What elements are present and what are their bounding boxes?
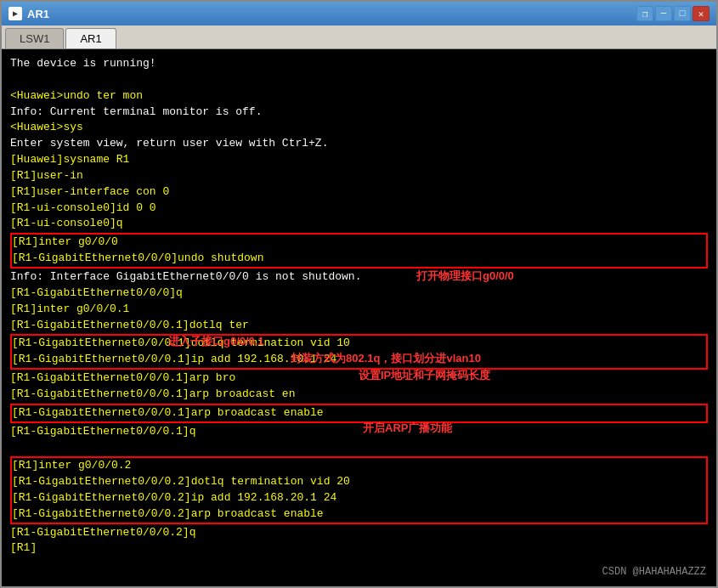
terminal-line: <Huawei>sys	[10, 120, 708, 136]
terminal-line: [R1-ui-console0]id 0 0	[10, 201, 708, 217]
terminal-line: [R1]inter g0/0/0.1	[10, 302, 708, 318]
terminal-line: [R1]user-interface con 0	[10, 184, 708, 201]
terminal-line: [R1-GigabitEthernet0/0/0.1]dotlq termina…	[12, 336, 706, 352]
annotation-enter-subinterface: 进入子接口g0/0/0.1	[168, 334, 264, 350]
terminal-line: [R1]	[10, 540, 708, 557]
terminal-line: <Huawei>undo ter mon	[10, 88, 708, 105]
app-icon: ▶	[8, 7, 22, 20]
terminal-line: [R1-GigabitEthernet0/0/0]undo shutdown	[12, 251, 706, 267]
terminal-wrapper: The device is running! <Huawei>undo ter …	[2, 49, 716, 586]
terminal-line: [R1-ui-console0]q	[10, 216, 708, 232]
maximize-button[interactable]: □	[674, 6, 691, 21]
annotation-arp-broadcast: 开启ARP广播功能	[363, 421, 452, 437]
terminal-line: [R1-GigabitEthernet0/0/0.1]q	[10, 424, 708, 440]
main-window: ▶ AR1 ❐ ─ □ ✕ LSW1 AR1 The device is run…	[0, 0, 718, 588]
terminal-line: [R1-GigabitEthernet0/0/0.2]ip add 192.16…	[12, 490, 706, 506]
terminal-line: [R1]inter g0/0/0.2	[12, 458, 706, 474]
terminal-line: Info: Interface GigabitEthernet0/0/0 is …	[10, 269, 708, 286]
terminal[interactable]: The device is running! <Huawei>undo ter …	[2, 49, 716, 586]
terminal-line: [R1-GigabitEthernet0/0/0.1]arp broadcast…	[10, 387, 708, 403]
title-bar: ▶ AR1 ❐ ─ □ ✕	[2, 2, 716, 25]
terminal-line: Info: Current terminal monitor is off.	[10, 105, 708, 121]
window-title: AR1	[27, 8, 49, 20]
terminal-line: The device is running!	[10, 56, 708, 72]
watermark: CSDN @HAHAHAHAZZZ	[602, 565, 706, 580]
terminal-line: Enter system view, return user view with…	[10, 136, 708, 152]
tab-lsw1[interactable]: LSW1	[5, 28, 64, 48]
terminal-content: The device is running! <Huawei>undo ter …	[10, 56, 708, 557]
terminal-line: [R1]user-in	[10, 168, 708, 184]
terminal-line: [Huawei]sysname R1	[10, 152, 708, 168]
minimize-button[interactable]: ─	[655, 6, 672, 21]
restore-button[interactable]: ❐	[636, 6, 653, 21]
annotation-open-interface: 打开物理接口g0/0/0	[416, 269, 514, 285]
terminal-line: [R1]inter g0/0/0	[12, 235, 706, 251]
terminal-line	[10, 439, 708, 455]
terminal-line: [R1-GigabitEthernet0/0/0.2]dotlq termina…	[12, 474, 706, 490]
terminal-line	[10, 72, 708, 88]
close-button[interactable]: ✕	[693, 6, 710, 21]
annotation-encapsulation: 封装方式为802.1q，接口划分进vlan10	[291, 351, 481, 367]
terminal-line: [R1-GigabitEthernet0/0/0.1]dotlq ter	[10, 318, 708, 334]
tab-bar: LSW1 AR1	[2, 25, 716, 49]
annotation-ip-mask: 设置IP地址和子网掩码长度	[359, 368, 490, 384]
title-bar-controls: ❐ ─ □ ✕	[636, 6, 710, 21]
terminal-line: [R1-GigabitEthernet0/0/0.1]arp broadcast…	[12, 405, 706, 421]
title-bar-left: ▶ AR1	[8, 7, 49, 20]
tab-ar1[interactable]: AR1	[65, 28, 116, 48]
terminal-line: [R1-GigabitEthernet0/0/0]q	[10, 286, 708, 302]
terminal-line: [R1-GigabitEthernet0/0/0.2]arp broadcast…	[12, 506, 706, 523]
terminal-line: [R1-GigabitEthernet0/0/0.2]q	[10, 525, 708, 541]
